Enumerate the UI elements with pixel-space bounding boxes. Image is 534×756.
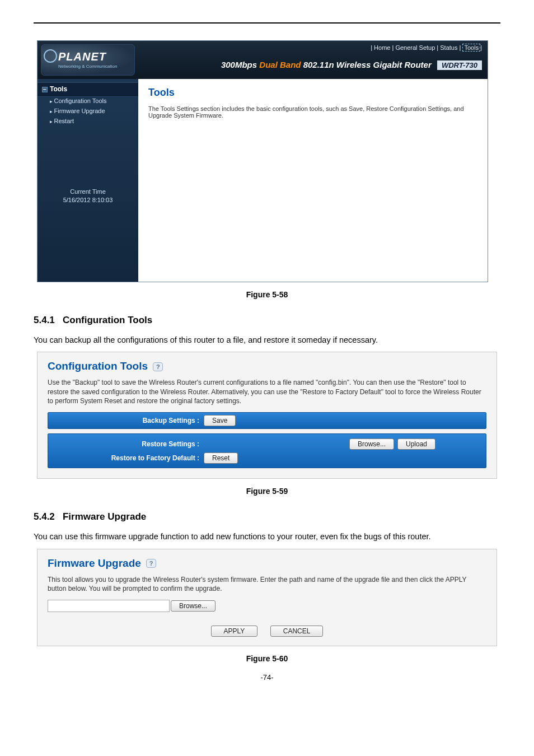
current-time-label: Current Time — [38, 188, 138, 196]
sidebar-item-configuration-tools[interactable]: Configuration Tools — [38, 96, 138, 106]
cfg-panel-title: Configuration Tools ? — [48, 360, 486, 372]
figure-5-59-caption: Figure 5-59 — [34, 487, 500, 496]
apply-button[interactable]: APPLY — [211, 626, 258, 637]
cfg-panel-desc: Use the "Backup" tool to save the Wirele… — [48, 378, 486, 405]
router-header: PLANET Networking & Communication | Home… — [38, 41, 488, 79]
planet-logo: PLANET Networking & Communication — [41, 44, 135, 76]
router-main-pane: Tools The Tools Settings section include… — [138, 79, 488, 282]
sidebar-item-firmware-upgrade[interactable]: Firmware Upgrade — [38, 106, 138, 116]
header-nav-links: | Home | General Setup | Status | Tools| — [371, 44, 482, 51]
collapse-icon[interactable]: − — [42, 87, 48, 92]
backup-settings-row: Backup Settings : Save — [48, 412, 486, 429]
main-description: The Tools Settings section includes the … — [148, 105, 477, 119]
cancel-button[interactable]: CANCEL — [270, 626, 324, 637]
heading-number: 5.4.1 — [34, 315, 55, 325]
page-number: -74- — [34, 673, 500, 682]
router-admin-screenshot: PLANET Networking & Communication | Home… — [37, 40, 488, 282]
header-link-tools[interactable]: Tools — [462, 44, 480, 52]
title-prefix: 300Mbps — [221, 60, 259, 69]
backup-settings-label: Backup Settings : — [48, 417, 204, 424]
para-5-4-2: You can use this firmware upgrade functi… — [34, 530, 500, 543]
heading-5-4-2: 5.4.2 Firmware Upgrade — [34, 511, 500, 522]
title-dual-band: Dual Band — [259, 60, 301, 69]
sidebar-group-tools[interactable]: −Tools — [38, 82, 138, 96]
help-icon[interactable]: ? — [146, 559, 156, 568]
page-top-divider — [34, 22, 500, 24]
save-button[interactable]: Save — [204, 415, 236, 426]
firmware-file-row: Browse... — [48, 600, 486, 612]
para-5-4-1: You can backup all the configurations of… — [34, 334, 500, 346]
model-badge: WDRT-730 — [437, 60, 482, 70]
figure-5-60-caption: Figure 5-60 — [34, 654, 500, 663]
heading-number: 5.4.2 — [34, 511, 55, 522]
browse-button[interactable]: Browse... — [349, 438, 394, 450]
header-links-text[interactable]: | Home | General Setup | Status | — [371, 44, 461, 51]
fw-panel-title: Firmware Upgrade ? — [48, 557, 486, 570]
firmware-file-input[interactable] — [48, 600, 170, 612]
configuration-tools-panel: Configuration Tools ? Use the "Backup" t… — [37, 352, 497, 479]
restore-factory-label: Restore to Factory Default : — [48, 454, 204, 462]
upload-button[interactable]: Upload — [397, 438, 435, 450]
firmware-upgrade-panel: Firmware Upgrade ? This tool allows you … — [37, 549, 497, 646]
reset-button[interactable]: Reset — [204, 452, 238, 464]
current-time-value: 5/16/2012 8:10:03 — [38, 196, 138, 204]
help-icon[interactable]: ? — [153, 362, 163, 371]
main-title: Tools — [148, 87, 477, 99]
figure-5-58-caption: Figure 5-58 — [34, 290, 500, 299]
fw-browse-button[interactable]: Browse... — [171, 600, 216, 612]
router-sidebar: −Tools Configuration Tools Firmware Upgr… — [38, 79, 138, 282]
fw-panel-desc: This tool allows you to upgrade the Wire… — [48, 575, 486, 593]
header-product-title: 300Mbps Dual Band 802.11n Wireless Gigab… — [221, 60, 482, 69]
sidebar-current-time: Current Time 5/16/2012 8:10:03 — [38, 188, 138, 205]
heading-title: Configuration Tools — [63, 315, 152, 325]
logo-subtext: Networking & Communication — [58, 64, 117, 69]
heading-5-4-1: 5.4.1 Configuration Tools — [34, 315, 500, 326]
logo-text: PLANET — [58, 50, 106, 63]
title-suffix: 802.11n Wireless Gigabit Router — [301, 60, 431, 69]
restore-settings-block: Restore Settings : Browse... Upload Rest… — [48, 433, 486, 468]
globe-icon — [44, 49, 57, 63]
sidebar-item-restart[interactable]: Restart — [38, 116, 138, 126]
heading-title: Firmware Upgrade — [63, 511, 146, 522]
restore-settings-label: Restore Settings : — [48, 440, 204, 448]
